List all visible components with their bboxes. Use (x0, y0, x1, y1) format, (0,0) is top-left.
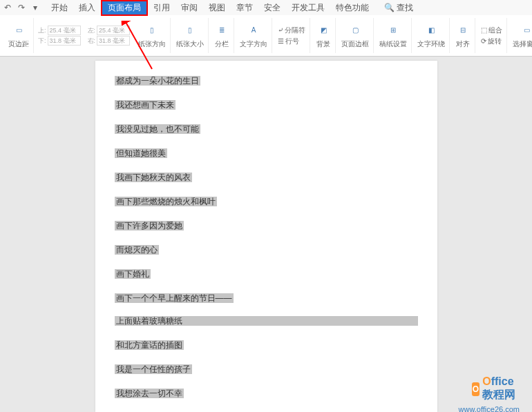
watermark-o: O (482, 375, 491, 387)
columns-icon: ≣ (214, 23, 229, 38)
margin-left-input[interactable] (97, 26, 130, 35)
text-line[interactable]: 我想涂去一切不幸 (115, 389, 184, 398)
orientation-label: 纸张方向 (138, 39, 166, 49)
text-line[interactable]: 画下婚礼 (115, 269, 151, 279)
textwrap-group[interactable]: ◧ 文字环绕 (413, 18, 450, 53)
background-label: 背景 (316, 39, 330, 49)
margins-icon[interactable]: ▭ (11, 23, 26, 38)
tab-insert[interactable]: 插入 (73, 1, 101, 15)
search-icon: 🔍 (384, 3, 395, 12)
align-icon: ⊟ (455, 23, 471, 38)
text-line[interactable]: 我还想画下未来 (115, 100, 175, 110)
watermark-logo-icon: O (472, 382, 480, 396)
margin-top-icon: 上: (38, 26, 46, 35)
text-line[interactable]: 而熄灭的心 (115, 245, 159, 255)
papersize-label: 纸张大小 (176, 39, 204, 49)
papersize-icon: ▯ (182, 23, 198, 38)
textdir-label: 文字方向 (240, 39, 267, 49)
text-line[interactable]: 和北方童话的插图 (115, 340, 184, 350)
margin-left-icon: 左: (88, 26, 96, 35)
document-canvas: 都成为一朵小花的生日我还想画下未来我没见过她，也不可能但知道她很美我画下她秋天的… (0, 57, 532, 412)
margin-right-icon: 右: (88, 37, 96, 46)
rotate-icon: ⟳ (481, 37, 486, 45)
text-line[interactable]: 我画下她秋天的风衣 (115, 173, 192, 182)
search-label: 查找 (397, 2, 413, 14)
margin-bottom-input[interactable] (48, 36, 81, 46)
text-line[interactable]: 上面贴着玻璃糖纸 (115, 316, 418, 326)
dropdown-icon[interactable]: ▾ (30, 3, 40, 12)
tab-bar: ↶ ↷ ▾ 开始 插入 页面布局 引用 审阅 视图 章节 安全 开发工具 特色功… (0, 0, 532, 15)
watermark-url: www.office26.com (459, 405, 520, 412)
textwrap-icon: ◧ (424, 23, 439, 38)
quick-access-toolbar: ↶ ↷ ▾ (3, 3, 46, 12)
text-line[interactable]: 画下一个个早上醒来的节日—— (115, 293, 234, 303)
margins-group: ▭ 页边距 (4, 18, 34, 53)
breaks-button[interactable]: ⤶分隔符 (278, 26, 305, 35)
manuscript-group[interactable]: ⊞ 稿纸设置 (375, 18, 412, 53)
background-group[interactable]: ◩ 背景 (312, 18, 336, 53)
tab-reference[interactable]: 引用 (148, 1, 175, 15)
margin-right-input[interactable] (97, 36, 130, 46)
margin-values-right: 左: 右: (85, 26, 133, 46)
text-line[interactable]: 我没见过她，也不可能 (115, 124, 200, 134)
columns-group[interactable]: ≣ 分栏 (210, 18, 234, 53)
textdir-icon: A (246, 23, 261, 38)
orientation-group[interactable]: ▯ 纸张方向 (134, 18, 171, 53)
columns-label: 分栏 (215, 39, 229, 49)
pageborder-group[interactable]: ▢ 页面边框 (337, 18, 374, 53)
linenum-icon: ☰ (278, 37, 284, 45)
tab-page-layout[interactable]: 页面布局 (101, 0, 148, 16)
linenum-button[interactable]: ☰行号 (278, 37, 299, 46)
background-icon: ◩ (316, 23, 331, 38)
tab-search[interactable]: 🔍 查找 (379, 1, 419, 15)
text-line[interactable]: 但知道她很美 (115, 148, 167, 158)
breaks-icon: ⤶ (278, 26, 283, 34)
tab-security[interactable]: 安全 (258, 1, 286, 15)
selectionpane-group[interactable]: ▭ 选择窗格 (509, 18, 532, 53)
text-line[interactable]: 都成为一朵小花的生日 (115, 76, 200, 86)
pageborder-label: 页面边框 (341, 39, 369, 49)
breaks-linenum: ⤶分隔符 ☰行号 (274, 18, 310, 53)
tab-view[interactable]: 视图 (203, 1, 231, 15)
redo-icon[interactable]: ↷ (17, 3, 26, 12)
document-page[interactable]: 都成为一朵小花的生日我还想画下未来我没见过她，也不可能但知道她很美我画下她秋天的… (95, 61, 437, 412)
tab-review[interactable]: 审阅 (175, 1, 203, 15)
manuscript-icon: ⊞ (386, 23, 401, 38)
margins-label: 页边距 (8, 39, 29, 49)
textwrap-label: 文字环绕 (417, 39, 445, 49)
tab-devtools[interactable]: 开发工具 (286, 1, 330, 15)
undo-icon[interactable]: ↶ (3, 3, 12, 12)
text-direction-group[interactable]: A 文字方向 (236, 18, 272, 53)
text-line[interactable]: 画下许多因为爱她 (115, 221, 184, 230)
margin-top-input[interactable] (48, 26, 81, 35)
text-line[interactable]: 画下那些燃烧的烛火和枫叶 (115, 197, 217, 206)
text-line[interactable]: 我是一个任性的孩子 (115, 364, 192, 374)
align-group[interactable]: ⊟ 对齐 (451, 18, 475, 53)
tab-features[interactable]: 特色功能 (330, 1, 374, 15)
tab-start[interactable]: 开始 (46, 1, 73, 15)
group-button[interactable]: ⬚组合 (481, 26, 502, 35)
papersize-group[interactable]: ▯ 纸张大小 (172, 18, 209, 53)
margin-bottom-icon: 下: (38, 37, 46, 46)
group-rotate: ⬚组合 ⟳旋转 (477, 18, 507, 53)
pageborder-icon: ▢ (348, 23, 363, 38)
align-label: 对齐 (456, 39, 470, 49)
selectionpane-icon: ▭ (519, 23, 532, 38)
select-label: 选择窗格 (513, 39, 532, 49)
margin-values-left: 上: 下: (35, 26, 84, 46)
rotate-button[interactable]: ⟳旋转 (481, 37, 502, 46)
orientation-icon: ▯ (144, 23, 160, 38)
group-icon: ⬚ (481, 26, 487, 34)
ribbon: ▭ 页边距 上: 下: 左: 右: ▯ 纸张方向 ▯ 纸张大小 ≣ 分栏 A 文… (0, 15, 532, 57)
tab-chapter[interactable]: 章节 (231, 1, 258, 15)
manuscript-label: 稿纸设置 (379, 39, 407, 49)
